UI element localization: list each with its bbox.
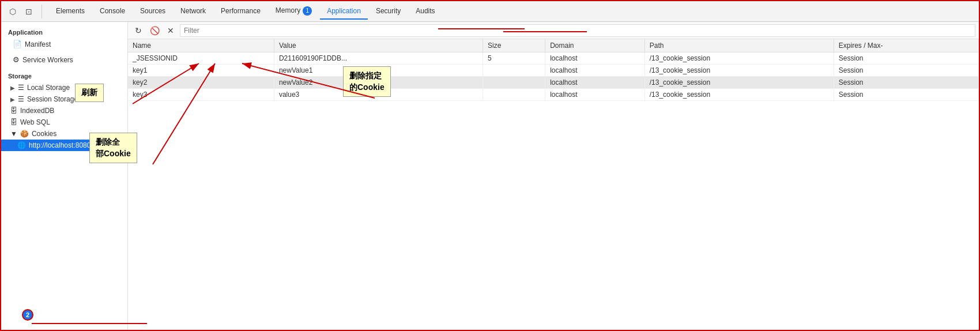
col-size: Size <box>483 39 545 52</box>
tab-bar: ⬡ ⊡ Elements Console Sources Network Per… <box>1 1 979 22</box>
cell-3: localhost <box>545 77 645 89</box>
cell-5: Session <box>834 65 978 77</box>
sidebar-websql-label: Web SQL <box>20 118 50 126</box>
sidebar-manifest-label: Manifest <box>25 40 51 48</box>
table-row[interactable]: key1newValue1localhost/13_cookie_session… <box>128 65 979 77</box>
filter-input[interactable] <box>180 24 975 37</box>
cell-0: key2 <box>128 77 274 89</box>
cell-0: _JSESSIONID <box>128 52 274 65</box>
col-domain: Domain <box>545 39 645 52</box>
table-row[interactable]: key2newValue2localhost/13_cookie_session… <box>128 77 979 89</box>
devtools-icons: ⬡ ⊡ <box>6 5 42 18</box>
sidebar-cookies-host[interactable]: 🌐 http://localhost:8080 <box>1 140 127 151</box>
cell-2 <box>483 77 545 89</box>
sidebar-indexeddb-label: IndexedDB <box>20 107 54 115</box>
cell-1: newValue2 <box>274 77 483 89</box>
sidebar-session-storage[interactable]: ▶ ☰ Session Storage <box>1 93 127 105</box>
tab-elements[interactable]: Elements <box>49 3 92 20</box>
sidebar-websql[interactable]: 🗄 Web SQL <box>1 116 127 128</box>
sidebar-storage-title: Storage <box>1 70 127 82</box>
sidebar: Application 📄 Manifest ⚙ Service Workers… <box>1 22 128 331</box>
tab-application[interactable]: Application <box>320 3 368 20</box>
clear-all-button[interactable]: 🚫 <box>148 24 161 37</box>
gear-icon: ⚙ <box>13 55 20 64</box>
cell-4: /13_cookie_session <box>644 89 834 101</box>
sidebar-sw-label: Service Workers <box>22 56 73 64</box>
storage-grid-icon: ☰ <box>18 84 24 92</box>
db-icon: 🗄 <box>10 107 17 115</box>
tab-performance[interactable]: Performance <box>214 3 267 20</box>
tab-memory[interactable]: Memory1 <box>269 3 319 20</box>
cell-4: /13_cookie_session <box>644 65 834 77</box>
tab-network[interactable]: Network <box>174 3 213 20</box>
table-row[interactable]: _JSESSIONIDD211609190F1DDB...5localhost/… <box>128 52 979 65</box>
session-grid-icon: ☰ <box>18 95 24 103</box>
col-path: Path <box>644 39 834 52</box>
sidebar-cookies-label: Cookies <box>32 130 56 138</box>
cell-3: localhost <box>545 65 645 77</box>
cell-3: localhost <box>545 89 645 101</box>
cell-5: Session <box>834 89 978 101</box>
cookies-icon: 🍪 <box>20 130 29 138</box>
sidebar-session-storage-label: Session Storage <box>27 95 78 103</box>
sidebar-local-storage-label: Local Storage <box>27 84 70 92</box>
col-name: Name <box>128 39 274 52</box>
col-value: Value <box>274 39 483 52</box>
cell-4: /13_cookie_session <box>644 52 834 65</box>
cell-1: value3 <box>274 89 483 101</box>
cursor-icon[interactable]: ⬡ <box>6 5 20 18</box>
cell-2 <box>483 65 545 77</box>
sidebar-local-storage[interactable]: ▶ ☰ Local Storage <box>1 82 127 93</box>
db-icon-2: 🗄 <box>10 118 17 126</box>
table-header-row: Name Value Size Domain Path Expires / Ma… <box>128 39 979 52</box>
tab-sources[interactable]: Sources <box>133 3 172 20</box>
cell-5: Session <box>834 77 978 89</box>
cell-3: localhost <box>545 52 645 65</box>
delete-selected-button[interactable]: ✕ <box>164 24 178 37</box>
sidebar-manifest[interactable]: 📄 Manifest <box>1 38 127 50</box>
col-expires: Expires / Max- <box>834 39 978 52</box>
cell-0: key3 <box>128 89 274 101</box>
sidebar-host-label: http://localhost:8080 <box>29 141 91 149</box>
host-icon: 🌐 <box>17 141 26 149</box>
cookies-arrow-icon: ▼ <box>10 130 17 138</box>
cookies-toolbar: ↻ 🚫 ✕ <box>128 22 979 39</box>
tab-audits[interactable]: Audits <box>409 3 442 20</box>
sidebar-cookies[interactable]: ▼ 🍪 Cookies <box>1 128 127 140</box>
cell-2: 5 <box>483 52 545 65</box>
arrow-icon-2: ▶ <box>10 96 15 103</box>
cookies-table-container: Name Value Size Domain Path Expires / Ma… <box>128 39 979 331</box>
cell-4: /13_cookie_session <box>644 77 834 89</box>
sidebar-service-workers[interactable]: ⚙ Service Workers <box>1 54 127 66</box>
table-row[interactable]: key3value3localhost/13_cookie_sessionSes… <box>128 89 979 101</box>
cell-1: D211609190F1DDB... <box>274 52 483 65</box>
memory-badge: 1 <box>303 6 312 16</box>
arrow-icon: ▶ <box>10 85 15 91</box>
tab-console[interactable]: Console <box>93 3 132 20</box>
cell-2 <box>483 89 545 101</box>
cell-1: newValue1 <box>274 65 483 77</box>
tab-security[interactable]: Security <box>369 3 408 20</box>
cookies-table: Name Value Size Domain Path Expires / Ma… <box>128 39 979 101</box>
main-layout: Application 📄 Manifest ⚙ Service Workers… <box>1 22 979 331</box>
sidebar-app-title: Application <box>1 27 127 38</box>
refresh-button[interactable]: ↻ <box>131 24 145 37</box>
cell-0: key1 <box>128 65 274 77</box>
content-area: ↻ 🚫 ✕ Name Value Size Domain Path Expire… <box>128 22 979 331</box>
sidebar-indexeddb[interactable]: 🗄 IndexedDB <box>1 105 127 116</box>
manifest-icon: 📄 <box>13 40 22 48</box>
device-icon[interactable]: ⊡ <box>22 5 36 18</box>
cell-5: Session <box>834 52 978 65</box>
